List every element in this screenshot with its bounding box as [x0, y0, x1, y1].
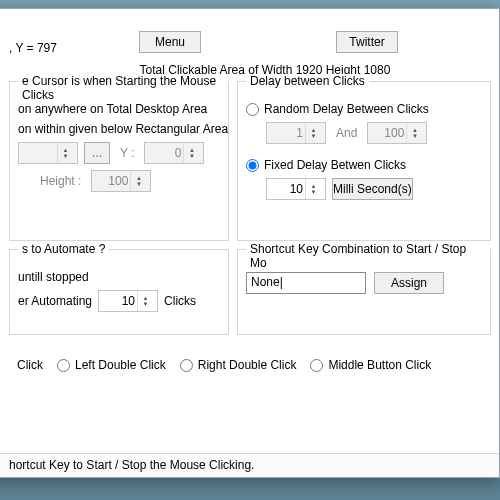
radio-label: er Automating	[18, 294, 92, 308]
assign-button[interactable]: Assign	[374, 272, 444, 294]
spinner-icon[interactable]: ▲▼	[183, 143, 199, 163]
opt-anywhere[interactable]: on anywhere on Total Desktop Area	[18, 102, 220, 116]
delay-group: Delay between Clicks Random Delay Betwee…	[237, 81, 491, 241]
shortcut-group: Shortcut Key Combination to Start / Stop…	[237, 249, 491, 335]
radio-random[interactable]	[246, 103, 259, 116]
top-row: , Y = 797 Menu Twitter	[0, 35, 491, 61]
click-count-input[interactable]: 10 ▲▼	[98, 290, 158, 312]
clicks-group-title: s to Automate ?	[18, 242, 109, 256]
cursor-position-group: e Cursor is when Starting the Mouse Clic…	[9, 81, 229, 241]
max-delay-input[interactable]: 100 ▲▼	[367, 122, 427, 144]
y-input[interactable]: 0 ▲▼	[144, 142, 204, 164]
y-label: Y :	[120, 146, 134, 160]
status-text: hortcut Key to Start / Stop the Mouse Cl…	[9, 458, 254, 472]
radio-label: Fixed Delay Betwen Clicks	[264, 158, 406, 172]
spinner-icon[interactable]: ▲▼	[305, 123, 321, 143]
cursor-coord: , Y = 797	[0, 41, 57, 55]
status-bar: hortcut Key to Start / Stop the Mouse Cl…	[0, 453, 499, 477]
spinner-icon[interactable]: ▲▼	[137, 291, 153, 311]
app-window: r by MurGee.com , Y = 797 Menu Twitter T…	[0, 8, 500, 478]
height-input[interactable]: 100 ▲▼	[91, 170, 151, 192]
cursor-group-title: e Cursor is when Starting the Mouse Clic…	[18, 74, 228, 102]
opt-rect-area[interactable]: on within given below Rectangular Area	[18, 122, 220, 136]
opt-middle-click[interactable]: Middle Button Click	[310, 358, 431, 372]
min-delay-input[interactable]: 1 ▲▼	[266, 122, 326, 144]
clicks-suffix: Clicks	[164, 294, 196, 308]
shortcut-input[interactable]: None|	[246, 272, 366, 294]
opt-fixed-delay[interactable]: Fixed Delay Betwen Clicks	[246, 158, 482, 172]
fixed-delay-input[interactable]: 10 ▲▼	[266, 178, 326, 200]
title-bar: r by MurGee.com	[0, 9, 499, 31]
height-label: Height :	[40, 174, 81, 188]
radio-rdbl[interactable]	[180, 359, 193, 372]
opt-until-stopped[interactable]: untill stopped	[18, 270, 220, 284]
radio-label: on within given below Rectangular Area	[18, 122, 228, 136]
radio-label: Random Delay Between Clicks	[264, 102, 429, 116]
spinner-icon[interactable]: ▲▼	[305, 179, 321, 199]
opt-left-click[interactable]: Click	[17, 358, 43, 372]
spinner-icon[interactable]: ▲▼	[130, 171, 146, 191]
click-type-row: Click Left Double Click Right Double Cli…	[0, 343, 491, 386]
radio-ldbl[interactable]	[57, 359, 70, 372]
menu-button[interactable]: Menu	[139, 31, 201, 53]
content-area: , Y = 797 Menu Twitter Total Clickable A…	[0, 31, 499, 390]
spinner-icon[interactable]: ▲▼	[406, 123, 422, 143]
unit-dropdown[interactable]: Milli Second(s)	[332, 178, 413, 200]
shortcut-group-title: Shortcut Key Combination to Start / Stop…	[246, 242, 490, 270]
clicks-automate-group: s to Automate ? untill stopped er Automa…	[9, 249, 229, 335]
delay-group-title: Delay between Clicks	[246, 74, 369, 88]
opt-random-delay[interactable]: Random Delay Between Clicks	[246, 102, 482, 116]
radio-mid[interactable]	[310, 359, 323, 372]
x-input[interactable]: ▲▼	[18, 142, 78, 164]
opt-left-double-click[interactable]: Left Double Click	[57, 358, 166, 372]
radio-label: untill stopped	[18, 270, 89, 284]
radio-fixed[interactable]	[246, 159, 259, 172]
browse-button[interactable]: ...	[84, 142, 110, 164]
and-label: And	[336, 126, 357, 140]
radio-label: on anywhere on Total Desktop Area	[18, 102, 207, 116]
spinner-icon[interactable]: ▲▼	[57, 143, 73, 163]
opt-right-double-click[interactable]: Right Double Click	[180, 358, 297, 372]
twitter-button[interactable]: Twitter	[336, 31, 398, 53]
